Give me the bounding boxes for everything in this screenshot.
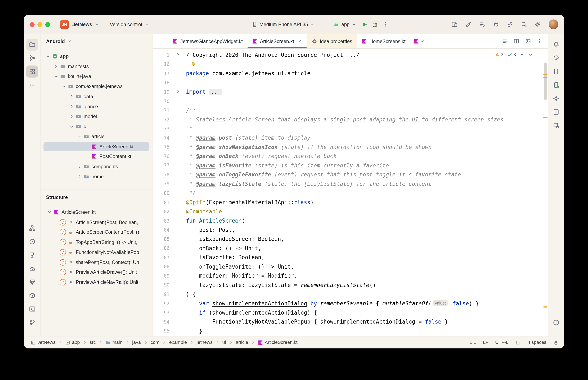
warnings-counter[interactable]: 2 bbox=[494, 52, 504, 57]
split-editor-icon[interactable] bbox=[513, 38, 519, 44]
breadcrumb-jetnews[interactable]: JetNews bbox=[29, 339, 57, 346]
vise-icon[interactable] bbox=[26, 249, 38, 261]
device-selector-button[interactable]: Medium Phone API 35 bbox=[249, 20, 318, 29]
gem-icon[interactable] bbox=[26, 276, 38, 288]
structure-item-articlescreen-post-boolean[interactable]: fArticleScreen(Post, Boolean, bbox=[41, 217, 153, 227]
scrollbar-thumb[interactable] bbox=[544, 62, 547, 100]
settings-button[interactable] bbox=[532, 19, 543, 29]
tree-item-ui[interactable]: ui bbox=[41, 121, 153, 132]
chevron-down-icon[interactable] bbox=[44, 53, 51, 59]
tab-articlescreen-kt[interactable]: ArticleScreen.kt bbox=[247, 34, 307, 48]
next-problem-button[interactable] bbox=[528, 52, 533, 57]
structure-item-articlescreencontent-post[interactable]: fArticleScreenContent(Post, () bbox=[41, 227, 153, 237]
terminal-icon[interactable] bbox=[26, 303, 38, 315]
layout-inspector-icon[interactable] bbox=[550, 120, 562, 132]
resource-grid-icon[interactable] bbox=[26, 66, 38, 77]
gemini-sparkle-icon[interactable] bbox=[550, 93, 562, 105]
structure-item-previewarticlenavrail-unit[interactable]: fPreviewArticleNavRail(): Unit bbox=[41, 277, 153, 287]
breadcrumb-main[interactable]: main bbox=[104, 339, 124, 346]
project-folder-icon[interactable] bbox=[26, 39, 38, 51]
run-button[interactable] bbox=[359, 19, 370, 29]
inspections-widget[interactable]: 2 3 bbox=[493, 51, 535, 58]
warning-stripe-mark[interactable] bbox=[544, 117, 547, 118]
problems-icon[interactable] bbox=[550, 316, 562, 328]
tab-idea-properties[interactable]: idea.properties bbox=[307, 34, 357, 48]
tree-item-components[interactable]: components bbox=[41, 162, 153, 171]
task-list-button[interactable] bbox=[477, 19, 487, 29]
tree-item-com-example-jetnews[interactable]: com.example.jetnews bbox=[41, 81, 153, 91]
structure-root-articlescreen-kt[interactable]: ArticleScreen.kt bbox=[41, 207, 153, 217]
device-explorer-icon[interactable] bbox=[550, 66, 562, 77]
chevron-right-icon[interactable] bbox=[68, 113, 75, 120]
device-mirror-button[interactable] bbox=[449, 19, 460, 29]
breadcrumb-app[interactable]: app bbox=[64, 339, 81, 346]
search-everywhere-button[interactable] bbox=[519, 19, 529, 29]
breadcrumb-com[interactable]: com bbox=[149, 339, 161, 346]
tree-item-kotlin-java[interactable]: kotlin+java bbox=[41, 71, 153, 81]
chevron-down-icon[interactable] bbox=[68, 123, 75, 130]
tree-item-app[interactable]: app bbox=[41, 51, 153, 61]
tab-homescreens-kt[interactable]: HomeScreens.kt bbox=[357, 34, 410, 48]
tree-item-article[interactable]: article bbox=[41, 132, 153, 141]
breadcrumb-src[interactable]: src bbox=[88, 339, 97, 346]
plugins-button[interactable] bbox=[491, 19, 501, 29]
tree-item-postcontent-kt[interactable]: PostContent.kt bbox=[41, 152, 153, 162]
warning-stripe-mark[interactable] bbox=[544, 77, 547, 78]
breadcrumb-ui[interactable]: ui bbox=[221, 339, 227, 346]
selection-mode-button[interactable] bbox=[515, 340, 521, 345]
breadcrumb-article[interactable]: article bbox=[234, 339, 250, 346]
more-vertical-icon[interactable] bbox=[537, 38, 543, 44]
breadcrumb-jetnews[interactable]: jetnews bbox=[195, 339, 214, 346]
readonly-toggle-button[interactable] bbox=[553, 340, 559, 345]
indent-setting[interactable]: 4 spaces bbox=[527, 340, 546, 345]
hidden-tabs-button[interactable] bbox=[410, 34, 429, 48]
tree-item-home[interactable]: home bbox=[41, 171, 153, 182]
bell-icon[interactable] bbox=[550, 39, 562, 51]
line-list-icon[interactable] bbox=[502, 38, 508, 44]
sitemap-icon[interactable] bbox=[26, 222, 38, 234]
debug-button[interactable] bbox=[370, 19, 380, 29]
project-panel-header[interactable]: Android bbox=[41, 34, 153, 48]
warning-stripe-mark[interactable] bbox=[544, 74, 547, 75]
tree-item-glance[interactable]: glance bbox=[41, 101, 153, 111]
package-box-icon[interactable] bbox=[26, 289, 38, 301]
tree-item-manifests[interactable]: manifests bbox=[41, 61, 153, 71]
structure-item-sharepost-post-context-un[interactable]: fsharePost(Post, Context): Un bbox=[41, 257, 153, 267]
git-branch-icon[interactable] bbox=[26, 316, 38, 328]
close-icon[interactable] bbox=[298, 39, 302, 43]
tree-item-articlescreen-kt[interactable]: ArticleScreen.kt bbox=[41, 141, 153, 152]
running-devices-icon[interactable] bbox=[550, 79, 562, 91]
chevron-down-icon[interactable] bbox=[53, 73, 59, 80]
share-link-button[interactable] bbox=[505, 19, 515, 29]
version-control-widget-button[interactable]: Version control bbox=[107, 20, 152, 29]
tree-item-model[interactable]: model bbox=[41, 111, 153, 121]
version-control-graph-icon[interactable] bbox=[26, 52, 38, 64]
breadcrumb-java[interactable]: java bbox=[131, 339, 142, 346]
structure-item-functionalitynotavailablepop[interactable]: fFunctionalityNotAvailablePop bbox=[41, 247, 153, 257]
more-run-actions-button[interactable] bbox=[380, 19, 391, 29]
structure-item-previewarticledrawer-unit[interactable]: fPreviewArticleDrawer(): Unit bbox=[41, 267, 153, 277]
lightbulb-icon[interactable] bbox=[190, 61, 196, 67]
close-window-button[interactable] bbox=[30, 22, 35, 27]
profiler-gauge-icon[interactable] bbox=[26, 263, 38, 274]
chevron-right-icon[interactable] bbox=[76, 173, 83, 180]
tab-jetnewsglanceappwidget-kt[interactable]: JetnewsGlanceAppWidget.kt bbox=[168, 34, 247, 48]
file-encoding[interactable]: UTF-8 bbox=[495, 340, 508, 345]
chevron-down-icon[interactable] bbox=[61, 83, 67, 90]
chevron-down-icon[interactable] bbox=[76, 133, 83, 140]
fold-arrow-icon[interactable] bbox=[176, 52, 181, 58]
app-inspection-icon[interactable] bbox=[550, 106, 562, 118]
run-play-icon[interactable] bbox=[26, 236, 38, 247]
passed-counter[interactable]: 3 bbox=[507, 52, 516, 57]
warning-stripe-mark[interactable] bbox=[544, 306, 547, 307]
chevron-right-icon[interactable] bbox=[68, 93, 75, 100]
gradle-icon[interactable] bbox=[550, 52, 562, 64]
more-horizontal-icon[interactable] bbox=[26, 79, 38, 91]
chevron-right-icon[interactable] bbox=[76, 163, 83, 170]
run-config-button[interactable]: app bbox=[330, 20, 359, 29]
preview-image-icon[interactable] bbox=[525, 38, 531, 44]
caret-position[interactable]: 1:1 bbox=[470, 340, 476, 345]
breadcrumb-example[interactable]: example bbox=[168, 339, 188, 346]
minimize-window-button[interactable] bbox=[38, 22, 42, 27]
project-widget-button[interactable]: JetNews bbox=[70, 20, 102, 29]
